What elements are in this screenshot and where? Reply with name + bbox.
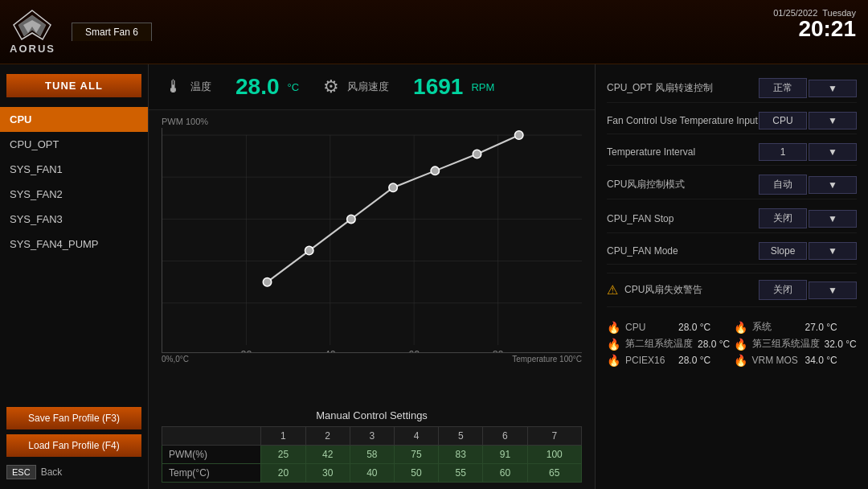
temperature-value: 28.0 — [235, 74, 280, 100]
sensor-system-value: 27.0 °C — [805, 322, 837, 333]
svg-text:40: 40 — [325, 349, 336, 352]
right-settings-panel: CPU_OPT 风扇转速控制 正常 ▼ Fan Control Use Temp… — [595, 64, 868, 489]
cpu-fan-slope-label: CPU_FAN Mode — [607, 245, 759, 257]
pwm-val-6[interactable]: 91 — [483, 446, 527, 464]
fan-speed-value-group: 1691 RPM — [413, 74, 494, 100]
setting-fan-control-temp: Fan Control Use Temperature Input CPU ▼ — [607, 108, 857, 134]
sidebar-item-sysfan4pump[interactable]: SYS_FAN4_PUMP — [0, 232, 148, 257]
logo-area: AORUS — [10, 9, 55, 55]
cpu-fan-stop-value: 关闭 ▼ — [759, 208, 857, 228]
sensor-sys3-icon: 🔥 — [734, 338, 747, 351]
fan-curve-chart[interactable]: 20 40 60 80 20 40 60 80 — [162, 128, 582, 353]
cpu-fan-stop-label: CPU_FAN Stop — [607, 213, 759, 224]
sensor-pciex16-icon: 🔥 — [607, 354, 620, 367]
load-fan-profile-button[interactable]: Load Fan Profile (F4) — [6, 434, 141, 457]
main-content: TUNE ALL CPU CPU_OPT SYS_FAN1 SYS_FAN2 S… — [0, 64, 868, 489]
warning-value-group: 关闭 ▼ — [759, 280, 857, 300]
chart-x-label: Temperature 100°C — [512, 355, 582, 364]
sensors-grid: 🔥 CPU 28.0 °C 🔥 系统 27.0 °C 🔥 第二组系统温度 28.… — [607, 320, 857, 367]
fan-speed-stat: ⚙ 风扇速度 — [323, 76, 389, 97]
svg-point-21 — [305, 246, 313, 254]
sensor-cpu-label: CPU — [625, 322, 674, 333]
cpu-fan-mode-label: CPU风扇控制模式 — [607, 178, 759, 191]
svg-point-24 — [431, 166, 439, 175]
sensor-vrmmos-label: VRM MOS — [752, 355, 800, 366]
fan-icon: ⚙ — [323, 76, 339, 97]
fan-speed-unit: RPM — [471, 81, 494, 93]
warning-row: ⚠ CPU风扇失效警告 关闭 ▼ — [607, 273, 857, 307]
tune-all-button[interactable]: TUNE ALL — [6, 74, 141, 97]
temp-label: Temp(°C) — [162, 464, 261, 483]
col-header-7: 7 — [527, 427, 581, 446]
esc-key[interactable]: ESC — [6, 465, 36, 479]
sidebar-item-cpu[interactable]: CPU — [0, 107, 148, 132]
save-fan-profile-button[interactable]: Save Fan Profile (F3) — [6, 407, 141, 429]
sensor-sys3-value: 32.0 °C — [825, 339, 857, 350]
sidebar: TUNE ALL CPU CPU_OPT SYS_FAN1 SYS_FAN2 S… — [0, 64, 149, 489]
warning-dropdown[interactable]: ▼ — [809, 281, 857, 299]
smart-fan-tab[interactable]: Smart Fan 6 — [72, 23, 152, 41]
temp-interval-value: 1 ▼ — [759, 143, 857, 161]
logo-text: AORUS — [10, 43, 55, 55]
fan-control-temp-value: CPU ▼ — [759, 112, 857, 129]
sensor-cpu: 🔥 CPU 28.0 °C — [607, 320, 731, 334]
cpu-opt-fan-label: CPU_OPT 风扇转速控制 — [607, 81, 759, 95]
temperature-stat: 🌡 温度 — [165, 76, 211, 97]
pwm-val-3[interactable]: 58 — [350, 446, 394, 464]
sensor-cpu-value: 28.0 °C — [678, 322, 710, 333]
temp-val-6[interactable]: 60 — [483, 464, 527, 483]
pwm-val-7[interactable]: 100 — [527, 446, 581, 464]
datetime-display: 01/25/2022 Tuesday 20:21 — [773, 8, 856, 40]
sensor-sys2-icon: 🔥 — [607, 338, 620, 351]
top-stats-bar: 🌡 温度 28.0 °C ⚙ 风扇速度 1691 RPM — [149, 64, 595, 110]
pwm-val-5[interactable]: 83 — [439, 446, 483, 464]
sensor-pciex16-value: 28.0 °C — [678, 355, 710, 366]
fan-control-temp-val-text: CPU — [759, 112, 807, 129]
cpu-opt-fan-val-text: 正常 — [759, 78, 807, 98]
cpu-fan-slope-val-text: Slope — [759, 242, 807, 260]
temp-val-5[interactable]: 55 — [439, 464, 483, 483]
temperature-value-group: 28.0 °C — [235, 74, 299, 100]
settings-table: 1 2 3 4 5 6 7 PWM(%) 25 42 — [162, 426, 582, 483]
pwm-val-2[interactable]: 42 — [305, 446, 350, 464]
svg-point-23 — [389, 183, 397, 191]
sidebar-item-sysfan3[interactable]: SYS_FAN3 — [0, 207, 148, 232]
temp-interval-dropdown[interactable]: ▼ — [809, 143, 857, 161]
temp-interval-label: Temperature Interval — [607, 146, 759, 158]
cpu-opt-fan-dropdown[interactable]: ▼ — [809, 80, 857, 97]
fan-label: 风扇速度 — [347, 80, 389, 94]
chart-x-origin: 0%,0°C — [162, 355, 189, 364]
pwm-val-1[interactable]: 25 — [261, 446, 305, 464]
sensor-pciex16-label: PCIEX16 — [625, 355, 674, 366]
cpu-fan-mode-dropdown[interactable]: ▼ — [809, 176, 857, 194]
pwm-val-4[interactable]: 75 — [394, 446, 438, 464]
col-header-3: 3 — [350, 427, 394, 446]
temp-val-3[interactable]: 40 — [350, 464, 394, 483]
temp-val-2[interactable]: 30 — [305, 464, 350, 483]
col-header-2: 2 — [305, 427, 350, 446]
sensor-sys3: 🔥 第三组系统温度 32.0 °C — [734, 337, 858, 351]
sensor-system-icon: 🔥 — [734, 321, 747, 334]
cpu-fan-stop-dropdown[interactable]: ▼ — [809, 210, 857, 228]
sidebar-item-cpu-opt[interactable]: CPU_OPT — [0, 132, 148, 157]
temp-row: Temp(°C) 20 30 40 50 55 60 65 — [162, 464, 582, 483]
cpu-fan-slope-dropdown[interactable]: ▼ — [809, 242, 857, 260]
col-header-6: 6 — [483, 427, 527, 446]
sidebar-item-sysfan1[interactable]: SYS_FAN1 — [0, 157, 148, 182]
fan-chart-area: PWM 100% 20 — [149, 110, 595, 406]
temp-val-1[interactable]: 20 — [261, 464, 305, 483]
cpu-fan-slope-value: Slope ▼ — [759, 242, 857, 260]
fan-control-temp-dropdown[interactable]: ▼ — [809, 112, 857, 129]
svg-point-22 — [347, 215, 355, 223]
temp-val-4[interactable]: 50 — [394, 464, 438, 483]
fan-control-temp-label: Fan Control Use Temperature Input — [607, 115, 759, 126]
sidebar-item-sysfan2[interactable]: SYS_FAN2 — [0, 182, 148, 207]
sensor-vrmmos-value: 34.0 °C — [805, 355, 837, 366]
aorus-logo-icon — [12, 9, 52, 41]
temp-val-7[interactable]: 65 — [527, 464, 581, 483]
sensor-vrmmos-icon: 🔥 — [734, 354, 747, 367]
cpu-fan-mode-value: 自动 ▼ — [759, 175, 857, 195]
sensor-vrmmos: 🔥 VRM MOS 34.0 °C — [734, 354, 858, 367]
esc-back-area: ESC Back — [6, 462, 141, 483]
cpu-fan-stop-val-text: 关闭 — [759, 208, 807, 228]
